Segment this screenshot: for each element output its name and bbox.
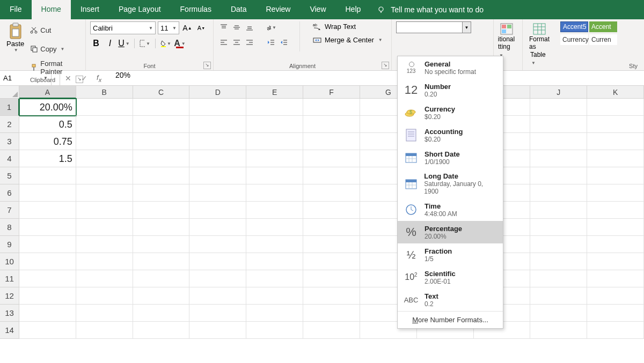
cell[interactable] [303,305,360,322]
row-header[interactable]: 8 [0,219,19,236]
cell[interactable] [133,219,190,236]
cell[interactable] [530,99,587,116]
cell[interactable] [246,202,303,219]
align-middle-button[interactable] [231,21,243,33]
cell[interactable]: 1.5 [19,150,76,167]
number-format-item-accounting[interactable]: Accounting$0.20 [398,124,503,146]
cell[interactable] [76,322,133,339]
cell[interactable] [133,270,190,287]
cell[interactable] [303,253,360,270]
column-header[interactable]: K [587,86,644,99]
cell[interactable] [530,236,587,253]
increase-font-button[interactable]: A▲ [181,22,193,34]
column-header[interactable]: F [303,86,360,99]
cell[interactable] [587,287,644,305]
cell[interactable] [189,167,246,184]
cell[interactable] [530,167,587,184]
row-header[interactable]: 3 [0,133,19,150]
cell[interactable] [76,184,133,202]
cell[interactable] [19,219,76,236]
cell[interactable] [530,202,587,219]
column-header[interactable]: D [189,86,246,99]
cell[interactable] [587,167,644,184]
cell[interactable] [587,270,644,287]
cell[interactable] [587,150,644,167]
align-left-button[interactable] [218,36,230,48]
tab-pagelayout[interactable]: Page Layout [109,0,171,19]
cell[interactable] [189,99,246,116]
cell[interactable] [189,287,246,305]
decrease-font-button[interactable]: A▼ [195,22,207,34]
font-color-button[interactable]: A▼ [174,38,186,49]
cell[interactable] [189,305,246,322]
cell[interactable] [587,184,644,202]
cell[interactable] [76,305,133,322]
row-header[interactable]: 10 [0,253,19,270]
align-bottom-button[interactable] [244,21,255,33]
fill-color-button[interactable]: ▼ [160,38,172,49]
format-as-table-button[interactable]: Format as Table ▼ [527,21,552,68]
merge-center-button[interactable]: Merge & Center ▼ [310,35,386,45]
cell[interactable] [19,287,76,305]
cell[interactable] [19,202,76,219]
cell[interactable] [246,253,303,270]
column-header[interactable]: B [76,86,133,99]
align-center-button[interactable] [231,36,243,48]
row-header[interactable]: 12 [0,287,19,305]
cell[interactable] [246,322,303,339]
row-header[interactable]: 5 [0,167,19,184]
cell[interactable]: 20.00% [19,99,76,116]
more-number-formats-item[interactable]: More Number Formats... [398,311,503,328]
cell[interactable] [530,150,587,167]
number-format-item-text[interactable]: ABCText0.2 [398,288,503,311]
cell[interactable] [189,270,246,287]
tab-home[interactable]: Home [32,0,71,19]
cell[interactable] [246,305,303,322]
cell[interactable] [133,287,190,305]
dialog-launcher-icon[interactable]: ↘ [76,76,83,83]
cell[interactable] [189,184,246,202]
cell[interactable] [76,287,133,305]
select-all-corner[interactable] [0,86,19,99]
cell[interactable] [189,133,246,150]
cell[interactable] [303,322,360,339]
fx-icon[interactable]: fx [92,73,106,83]
cell[interactable] [303,167,360,184]
cell[interactable] [19,167,76,184]
number-format-item-percentage[interactable]: %Percentage20.00% [398,221,503,243]
cell[interactable] [303,270,360,287]
tab-formulas[interactable]: Formulas [171,0,221,19]
column-header[interactable]: C [133,86,190,99]
cell[interactable] [76,150,133,167]
number-format-item-number[interactable]: 12Number0.20 [398,79,503,101]
bold-button[interactable]: B [90,38,102,49]
increase-indent-button[interactable] [278,36,290,48]
copy-button[interactable]: Copy ▼ [28,40,81,57]
cell[interactable] [189,202,246,219]
cell[interactable] [189,253,246,270]
align-right-button[interactable] [244,36,255,48]
paste-button[interactable]: Paste ▼ [4,21,26,54]
cell[interactable] [246,116,303,133]
cell[interactable] [587,116,644,133]
cell[interactable] [133,236,190,253]
cell[interactable] [133,167,190,184]
italic-button[interactable]: I [104,38,116,49]
cell[interactable] [189,322,246,339]
borders-button[interactable]: ▼ [139,38,151,49]
cell[interactable] [76,270,133,287]
cell[interactable] [133,99,190,116]
underline-button[interactable]: U▼ [118,38,130,49]
cell[interactable] [530,287,587,305]
cell[interactable] [303,236,360,253]
row-header[interactable]: 11 [0,270,19,287]
style-currency0[interactable]: Curren [589,34,617,45]
number-format-item-time[interactable]: Time4:48:00 AM [398,198,503,221]
cell[interactable] [246,219,303,236]
cell[interactable] [530,116,587,133]
formula-bar-input[interactable]: 20% [106,71,140,85]
cell[interactable] [303,219,360,236]
cell[interactable]: 0.5 [19,116,76,133]
cell[interactable] [530,133,587,150]
cell[interactable] [133,184,190,202]
